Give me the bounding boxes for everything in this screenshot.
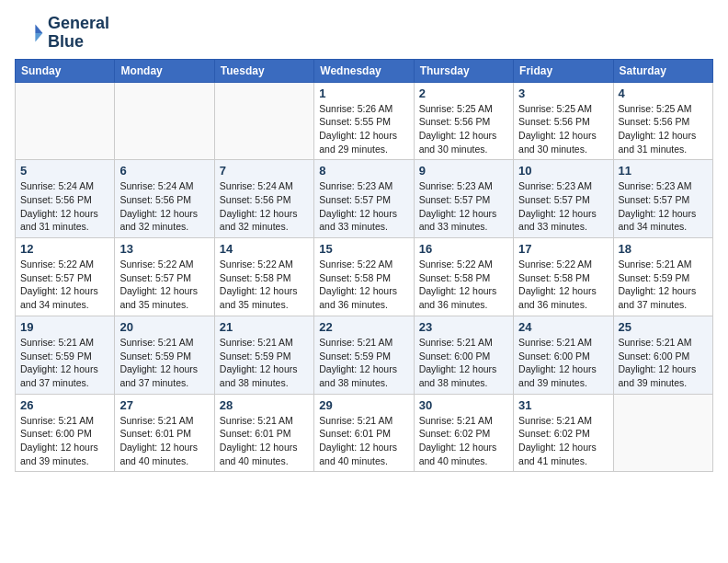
calendar-table: SundayMondayTuesdayWednesdayThursdayFrid… xyxy=(15,59,713,473)
calendar-week-row: 1Sunrise: 5:26 AM Sunset: 5:55 PM Daylig… xyxy=(16,82,713,160)
day-number: 12 xyxy=(20,242,109,256)
calendar-cell: 5Sunrise: 5:24 AM Sunset: 5:56 PM Daylig… xyxy=(16,160,115,238)
day-info: Sunrise: 5:23 AM Sunset: 5:57 PM Dayligh… xyxy=(518,179,608,234)
day-info: Sunrise: 5:21 AM Sunset: 5:59 PM Dayligh… xyxy=(119,336,209,390)
calendar-cell: 4Sunrise: 5:25 AM Sunset: 5:56 PM Daylig… xyxy=(613,82,712,160)
svg-marker-1 xyxy=(35,33,42,42)
calendar-cell xyxy=(214,82,313,160)
day-info: Sunrise: 5:23 AM Sunset: 5:57 PM Dayligh… xyxy=(419,179,508,234)
day-info: Sunrise: 5:24 AM Sunset: 5:56 PM Dayligh… xyxy=(20,179,109,234)
day-info: Sunrise: 5:26 AM Sunset: 5:55 PM Dayligh… xyxy=(319,102,408,156)
calendar-week-row: 19Sunrise: 5:21 AM Sunset: 5:59 PM Dayli… xyxy=(16,316,713,394)
svg-marker-0 xyxy=(35,24,42,33)
calendar-cell: 27Sunrise: 5:21 AM Sunset: 6:01 PM Dayli… xyxy=(115,394,214,472)
day-number: 24 xyxy=(518,320,608,334)
calendar-cell: 28Sunrise: 5:21 AM Sunset: 6:01 PM Dayli… xyxy=(214,394,313,472)
calendar-cell xyxy=(115,82,214,160)
day-number: 31 xyxy=(518,398,608,412)
calendar-cell: 8Sunrise: 5:23 AM Sunset: 5:57 PM Daylig… xyxy=(314,160,414,238)
day-number: 23 xyxy=(419,320,508,334)
day-number: 13 xyxy=(119,242,209,256)
calendar-cell: 14Sunrise: 5:22 AM Sunset: 5:58 PM Dayli… xyxy=(214,238,313,316)
day-number: 26 xyxy=(20,398,109,412)
day-number: 22 xyxy=(319,320,408,334)
calendar-cell: 1Sunrise: 5:26 AM Sunset: 5:55 PM Daylig… xyxy=(314,82,414,160)
day-info: Sunrise: 5:22 AM Sunset: 5:58 PM Dayligh… xyxy=(518,258,608,312)
day-number: 5 xyxy=(20,164,109,178)
calendar-cell: 30Sunrise: 5:21 AM Sunset: 6:02 PM Dayli… xyxy=(414,394,513,472)
day-info: Sunrise: 5:22 AM Sunset: 5:58 PM Dayligh… xyxy=(419,258,508,312)
day-info: Sunrise: 5:24 AM Sunset: 5:56 PM Dayligh… xyxy=(119,179,209,234)
logo-icon xyxy=(15,18,44,48)
day-number: 1 xyxy=(319,86,408,100)
weekday-header: Saturday xyxy=(613,59,712,82)
day-info: Sunrise: 5:21 AM Sunset: 6:00 PM Dayligh… xyxy=(619,336,708,390)
day-number: 3 xyxy=(518,86,608,100)
calendar-cell: 26Sunrise: 5:21 AM Sunset: 6:00 PM Dayli… xyxy=(16,394,115,472)
calendar-cell xyxy=(16,82,115,160)
day-number: 6 xyxy=(119,164,209,178)
day-info: Sunrise: 5:21 AM Sunset: 6:00 PM Dayligh… xyxy=(419,336,508,390)
calendar-week-row: 12Sunrise: 5:22 AM Sunset: 5:57 PM Dayli… xyxy=(16,238,713,316)
calendar-cell: 12Sunrise: 5:22 AM Sunset: 5:57 PM Dayli… xyxy=(16,238,115,316)
day-number: 4 xyxy=(619,86,708,100)
day-number: 15 xyxy=(319,242,408,256)
calendar-cell: 11Sunrise: 5:23 AM Sunset: 5:57 PM Dayli… xyxy=(613,160,712,238)
calendar-cell: 22Sunrise: 5:21 AM Sunset: 5:59 PM Dayli… xyxy=(314,316,414,394)
calendar-cell: 24Sunrise: 5:21 AM Sunset: 6:00 PM Dayli… xyxy=(514,316,613,394)
weekday-header: Tuesday xyxy=(214,59,313,82)
day-info: Sunrise: 5:22 AM Sunset: 5:58 PM Dayligh… xyxy=(220,258,309,312)
calendar-cell: 23Sunrise: 5:21 AM Sunset: 6:00 PM Dayli… xyxy=(414,316,513,394)
calendar-cell: 29Sunrise: 5:21 AM Sunset: 6:01 PM Dayli… xyxy=(314,394,414,472)
day-info: Sunrise: 5:21 AM Sunset: 5:59 PM Dayligh… xyxy=(319,336,408,390)
weekday-header: Sunday xyxy=(16,59,115,82)
page-header: General Blue xyxy=(15,15,713,52)
day-info: Sunrise: 5:21 AM Sunset: 6:01 PM Dayligh… xyxy=(319,414,408,468)
calendar-cell: 3Sunrise: 5:25 AM Sunset: 5:56 PM Daylig… xyxy=(514,82,613,160)
day-number: 19 xyxy=(20,320,109,334)
day-info: Sunrise: 5:21 AM Sunset: 5:59 PM Dayligh… xyxy=(619,258,708,312)
day-info: Sunrise: 5:22 AM Sunset: 5:57 PM Dayligh… xyxy=(20,258,109,312)
day-number: 18 xyxy=(619,242,708,256)
calendar-cell: 6Sunrise: 5:24 AM Sunset: 5:56 PM Daylig… xyxy=(115,160,214,238)
calendar-cell: 13Sunrise: 5:22 AM Sunset: 5:57 PM Dayli… xyxy=(115,238,214,316)
calendar-cell: 25Sunrise: 5:21 AM Sunset: 6:00 PM Dayli… xyxy=(613,316,712,394)
calendar-header-row: SundayMondayTuesdayWednesdayThursdayFrid… xyxy=(16,59,713,82)
calendar-cell: 9Sunrise: 5:23 AM Sunset: 5:57 PM Daylig… xyxy=(414,160,513,238)
calendar-cell: 15Sunrise: 5:22 AM Sunset: 5:58 PM Dayli… xyxy=(314,238,414,316)
calendar-cell xyxy=(613,394,712,472)
day-number: 29 xyxy=(319,398,408,412)
day-number: 20 xyxy=(119,320,209,334)
day-info: Sunrise: 5:25 AM Sunset: 5:56 PM Dayligh… xyxy=(419,102,508,156)
day-info: Sunrise: 5:23 AM Sunset: 5:57 PM Dayligh… xyxy=(619,179,708,234)
calendar-week-row: 5Sunrise: 5:24 AM Sunset: 5:56 PM Daylig… xyxy=(16,160,713,238)
day-info: Sunrise: 5:24 AM Sunset: 5:56 PM Dayligh… xyxy=(220,179,309,234)
day-info: Sunrise: 5:21 AM Sunset: 6:00 PM Dayligh… xyxy=(518,336,608,390)
day-info: Sunrise: 5:21 AM Sunset: 6:00 PM Dayligh… xyxy=(20,414,109,468)
day-number: 2 xyxy=(419,86,508,100)
calendar-week-row: 26Sunrise: 5:21 AM Sunset: 6:00 PM Dayli… xyxy=(16,394,713,472)
day-info: Sunrise: 5:21 AM Sunset: 5:59 PM Dayligh… xyxy=(220,336,309,390)
calendar-cell: 2Sunrise: 5:25 AM Sunset: 5:56 PM Daylig… xyxy=(414,82,513,160)
day-number: 28 xyxy=(220,398,309,412)
weekday-header: Monday xyxy=(115,59,214,82)
day-number: 25 xyxy=(619,320,708,334)
day-number: 16 xyxy=(419,242,508,256)
day-number: 10 xyxy=(518,164,608,178)
day-number: 17 xyxy=(518,242,608,256)
calendar-cell: 19Sunrise: 5:21 AM Sunset: 5:59 PM Dayli… xyxy=(16,316,115,394)
day-info: Sunrise: 5:22 AM Sunset: 5:57 PM Dayligh… xyxy=(119,258,209,312)
day-info: Sunrise: 5:25 AM Sunset: 5:56 PM Dayligh… xyxy=(619,102,708,156)
logo: General Blue xyxy=(15,15,109,52)
calendar-cell: 20Sunrise: 5:21 AM Sunset: 5:59 PM Dayli… xyxy=(115,316,214,394)
day-number: 21 xyxy=(220,320,309,334)
day-number: 7 xyxy=(220,164,309,178)
day-info: Sunrise: 5:21 AM Sunset: 5:59 PM Dayligh… xyxy=(20,336,109,390)
logo-text: General Blue xyxy=(48,15,109,52)
day-number: 30 xyxy=(419,398,508,412)
day-info: Sunrise: 5:23 AM Sunset: 5:57 PM Dayligh… xyxy=(319,179,408,234)
calendar-cell: 21Sunrise: 5:21 AM Sunset: 5:59 PM Dayli… xyxy=(214,316,313,394)
weekday-header: Friday xyxy=(514,59,613,82)
day-number: 8 xyxy=(319,164,408,178)
calendar-cell: 31Sunrise: 5:21 AM Sunset: 6:02 PM Dayli… xyxy=(514,394,613,472)
